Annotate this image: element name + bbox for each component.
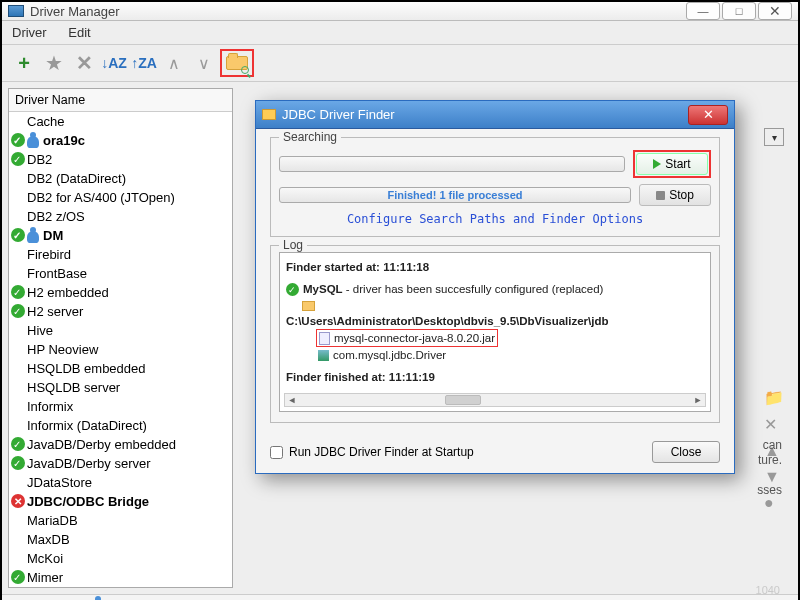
scroll-right-icon[interactable]: ► [691,394,705,406]
driver-item[interactable]: HP Neoview [9,340,232,359]
menubar: Driver Edit [2,21,798,45]
down-button[interactable]: ∨ [190,49,218,77]
driver-item[interactable]: DB2 for AS/400 (JTOpen) [9,188,232,207]
highlight-jar: mysql-connector-java-8.0.20.jar [316,329,498,347]
driver-finder-button[interactable] [223,52,251,74]
up-button[interactable]: ∧ [160,49,188,77]
driver-item[interactable]: DB2 z/OS [9,207,232,226]
dialog-titlebar[interactable]: JDBC Driver Finder ✕ [256,101,734,129]
footer-legend: = Custom Driver [2,594,798,600]
menu-edit[interactable]: Edit [68,25,90,40]
driver-item[interactable]: ora19c [9,131,232,150]
log-group: Log Finder started at: 11:11:18 MySQL - … [270,245,720,423]
driver-item[interactable]: Hive [9,321,232,340]
app-icon [8,5,24,17]
scroll-left-icon[interactable]: ◄ [285,394,299,406]
driver-item[interactable]: JDBC/ODBC Bridge [9,492,232,511]
log-hscrollbar[interactable]: ◄ ► [284,393,706,407]
driver-item-label: HSQLDB embedded [27,361,146,376]
minimize-button[interactable]: — [686,2,720,20]
driver-list[interactable]: Cacheora19cDB2DB2 (DataDirect)DB2 for AS… [9,112,232,587]
magnifier-icon [241,66,249,74]
driver-item-label: Cache [27,114,65,129]
driver-item[interactable]: FrontBase [9,264,232,283]
driver-item[interactable]: H2 server [9,302,232,321]
jar-icon [319,332,330,345]
sort-za-button[interactable]: ↑ZA [130,49,158,77]
check-icon [11,304,25,318]
check-icon [11,228,25,242]
progress-bar-empty [279,156,625,172]
driver-item-label: DB2 (DataDirect) [27,171,126,186]
driver-item-label: JavaDB/Derby server [27,456,151,471]
driver-item-label: DB2 [27,152,52,167]
dialog-title: JDBC Driver Finder [282,107,688,122]
driver-item[interactable]: MariaDB [9,511,232,530]
driver-item[interactable]: HSQLDB embedded [9,359,232,378]
driver-item-label: Firebird [27,247,71,262]
driver-item-label: Hive [27,323,53,338]
watermark: 1040 [756,584,780,596]
check-icon [11,437,25,451]
configure-link[interactable]: Configure Search Paths and Finder Option… [279,212,711,226]
right-info-text: can ture. sses [757,438,782,498]
stop-icon [656,191,665,200]
sort-az-button[interactable]: ↓AZ [100,49,128,77]
progress-bar: Finished! 1 file processed [279,187,631,203]
driver-item[interactable]: JavaDB/Derby embedded [9,435,232,454]
scroll-thumb[interactable] [445,395,481,405]
driver-item[interactable]: Informix (DataDirect) [9,416,232,435]
check-icon [11,285,25,299]
menu-driver[interactable]: Driver [12,25,47,40]
titlebar: Driver Manager — □ ✕ [2,2,798,21]
startup-checkbox-label[interactable]: Run JDBC Driver Finder at Startup [270,445,474,459]
user-icon [27,136,39,148]
driver-item-label: ora19c [43,133,85,148]
close-button[interactable]: Close [652,441,720,463]
driver-item[interactable]: MaxDB [9,530,232,549]
startup-checkbox[interactable] [270,446,283,459]
driver-item-label: Informix (DataDirect) [27,418,147,433]
driver-item-label: MaxDB [27,532,70,547]
add-driver-button[interactable]: + [10,49,38,77]
driver-item-label: DB2 z/OS [27,209,85,224]
close-button[interactable]: ✕ [758,2,792,20]
favorite-button[interactable]: ★ [40,49,68,77]
driver-item[interactable]: DM [9,226,232,245]
driver-item-label: Informix [27,399,73,414]
delete-button[interactable]: ✕ [70,49,98,77]
check-icon [11,133,25,147]
remove-icon[interactable]: ✕ [764,415,784,434]
start-button[interactable]: Start [636,153,708,175]
driver-item[interactable]: JavaDB/Derby server [9,454,232,473]
maximize-button[interactable]: □ [722,2,756,20]
driver-list-header: Driver Name [9,89,232,112]
driver-item[interactable]: DB2 [9,150,232,169]
log-textarea[interactable]: Finder started at: 11:11:18 MySQL - driv… [279,252,711,412]
driver-item-label: H2 server [27,304,83,319]
driver-item[interactable]: Firebird [9,245,232,264]
driver-item[interactable]: Cache [9,112,232,131]
log-legend: Log [279,238,307,252]
dialog-body: Searching Start Finished! 1 file process… [256,129,734,441]
check-icon [286,283,299,296]
stop-button[interactable]: Stop [639,184,711,206]
driver-item[interactable]: McKoi [9,549,232,568]
window-buttons: — □ ✕ [686,2,792,20]
driver-item[interactable]: Informix [9,397,232,416]
highlight-box [220,49,254,77]
driver-item[interactable]: DB2 (DataDirect) [9,169,232,188]
open-folder-icon[interactable]: 📁 [764,388,784,407]
dialog-close-x[interactable]: ✕ [688,105,728,125]
driver-item[interactable]: HSQLDB server [9,378,232,397]
check-icon [11,152,25,166]
check-icon [11,456,25,470]
driver-item-label: FrontBase [27,266,87,281]
driver-item-label: HSQLDB server [27,380,120,395]
folder-icon [302,301,315,311]
driver-item[interactable]: JDataStore [9,473,232,492]
driver-item[interactable]: Mimer [9,568,232,587]
driver-item[interactable]: H2 embedded [9,283,232,302]
driver-item-label: HP Neoview [27,342,98,357]
url-dropdown[interactable]: ▾ [764,128,784,146]
